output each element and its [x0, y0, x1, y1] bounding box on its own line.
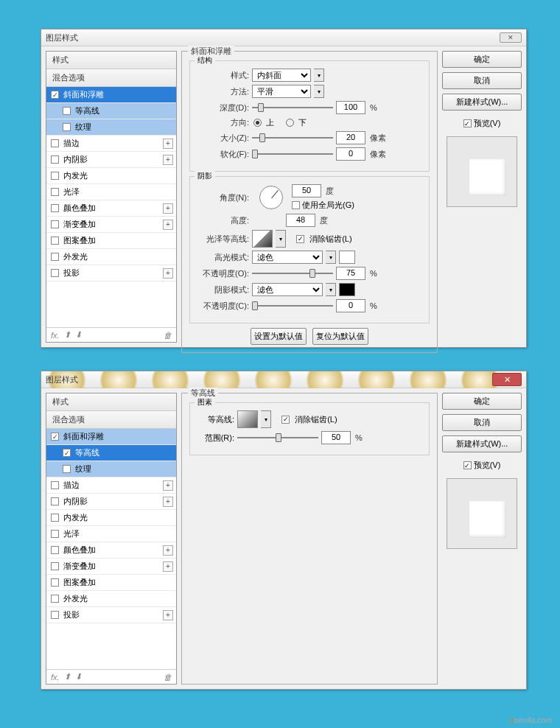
sidebar-item-outer-glow[interactable]: 外发光 — [46, 249, 176, 265]
blend-options-header[interactable]: 混合选项 — [46, 411, 176, 429]
checkbox-icon[interactable] — [51, 204, 59, 212]
plus-icon[interactable]: + — [163, 220, 173, 230]
checkbox-icon[interactable] — [51, 611, 59, 619]
plus-icon[interactable]: + — [163, 610, 173, 620]
trash-icon[interactable]: 🗑 — [164, 673, 172, 682]
sidebar-item-inner-glow[interactable]: 内发光 — [46, 510, 176, 526]
plus-icon[interactable]: + — [163, 545, 173, 556]
sidebar-item-drop-shadow[interactable]: 投影+ — [46, 265, 176, 281]
altitude-input[interactable]: 48 — [286, 214, 315, 227]
global-light-checkbox[interactable] — [292, 201, 300, 209]
checkbox-icon[interactable] — [51, 91, 59, 99]
sidebar-item-bevel[interactable]: 斜面和浮雕 — [46, 87, 176, 103]
sidebar-item-stroke[interactable]: 描边+ — [46, 477, 176, 494]
shadow-opacity-input[interactable]: 0 — [336, 299, 365, 312]
close-button[interactable]: ✕ — [500, 32, 522, 43]
chevron-down-icon[interactable]: ▾ — [314, 85, 324, 98]
depth-slider[interactable] — [252, 102, 333, 113]
sidebar-item-contour[interactable]: 等高线 — [46, 103, 176, 119]
arrow-down-icon[interactable]: ⬇ — [75, 672, 82, 682]
checkbox-icon[interactable] — [51, 530, 59, 538]
arrow-down-icon[interactable]: ⬇ — [75, 330, 82, 340]
ok-button[interactable]: 确定 — [442, 393, 522, 410]
method-select[interactable]: 平滑 — [252, 85, 311, 98]
checkbox-icon[interactable] — [51, 514, 59, 522]
new-style-button[interactable]: 新建样式(W)... — [442, 94, 522, 111]
sidebar-item-color-overlay[interactable]: 颜色叠加+ — [46, 542, 176, 559]
sidebar-item-inner-glow[interactable]: 内发光 — [46, 168, 176, 184]
sidebar-item-inner-shadow[interactable]: 内阴影+ — [46, 494, 176, 510]
fx-label[interactable]: fx. — [51, 673, 60, 682]
range-input[interactable]: 50 — [321, 431, 351, 444]
checkbox-icon[interactable] — [51, 595, 59, 603]
titlebar[interactable]: 图层样式 ✕ — [41, 371, 526, 388]
sidebar-item-satin[interactable]: 光泽 — [46, 184, 176, 200]
blend-options-header[interactable]: 混合选项 — [46, 69, 176, 87]
cancel-button[interactable]: 取消 — [442, 414, 522, 431]
chevron-down-icon[interactable]: ▾ — [261, 410, 271, 428]
sidebar-item-gradient-overlay[interactable]: 渐变叠加+ — [46, 217, 176, 233]
style-select[interactable]: 内斜面 — [252, 69, 311, 82]
checkbox-icon[interactable] — [63, 465, 71, 473]
cancel-button[interactable]: 取消 — [442, 72, 522, 89]
size-slider[interactable] — [252, 133, 333, 143]
shadow-mode-select[interactable]: 滤色 — [252, 283, 323, 296]
arrow-up-icon[interactable]: ⬆ — [64, 672, 71, 682]
ok-button[interactable]: 确定 — [442, 51, 522, 68]
soften-slider[interactable] — [252, 149, 333, 159]
sidebar-item-pattern-overlay[interactable]: 图案叠加 — [46, 575, 176, 591]
depth-input[interactable]: 100 — [336, 101, 365, 114]
highlight-opacity-input[interactable]: 75 — [336, 267, 365, 280]
checkbox-icon[interactable] — [51, 269, 59, 277]
shadow-opacity-slider[interactable] — [252, 301, 333, 311]
sidebar-item-inner-shadow[interactable]: 内阴影+ — [46, 152, 176, 168]
sidebar-item-drop-shadow[interactable]: 投影+ — [46, 607, 176, 623]
sidebar-item-color-overlay[interactable]: 颜色叠加+ — [46, 200, 176, 217]
gloss-contour-swatch[interactable] — [252, 230, 273, 248]
plus-icon[interactable]: + — [163, 268, 173, 279]
preview-checkbox[interactable] — [463, 461, 472, 469]
titlebar[interactable]: 图层样式 ✕ — [41, 29, 526, 46]
checkbox-icon[interactable] — [51, 497, 59, 505]
close-button[interactable]: ✕ — [492, 373, 522, 386]
sidebar-item-gradient-overlay[interactable]: 渐变叠加+ — [46, 559, 176, 575]
sidebar-item-outer-glow[interactable]: 外发光 — [46, 591, 176, 607]
preview-checkbox[interactable] — [463, 119, 472, 127]
highlight-opacity-slider[interactable] — [252, 268, 333, 279]
angle-dial[interactable] — [259, 186, 283, 209]
styles-header[interactable]: 样式 — [46, 393, 176, 411]
checkbox-icon[interactable] — [63, 449, 71, 457]
arrow-up-icon[interactable]: ⬆ — [64, 330, 71, 340]
checkbox-icon[interactable] — [51, 237, 59, 245]
checkbox-icon[interactable] — [51, 578, 59, 587]
styles-header[interactable]: 样式 — [46, 52, 176, 69]
checkbox-icon[interactable] — [51, 155, 59, 164]
chevron-down-icon[interactable]: ▾ — [276, 230, 286, 248]
sidebar-item-texture[interactable]: 纹理 — [46, 461, 176, 477]
plus-icon[interactable]: + — [163, 139, 173, 149]
checkbox-icon[interactable] — [63, 123, 71, 131]
plus-icon[interactable]: + — [163, 480, 173, 491]
checkbox-icon[interactable] — [51, 546, 59, 554]
checkbox-icon[interactable] — [51, 481, 59, 489]
sidebar-item-pattern-overlay[interactable]: 图案叠加 — [46, 233, 176, 249]
sidebar-item-stroke[interactable]: 描边+ — [46, 136, 176, 152]
highlight-mode-select[interactable]: 滤色 — [252, 251, 323, 264]
shadow-color-swatch[interactable] — [339, 283, 355, 296]
contour-swatch[interactable] — [237, 410, 258, 428]
plus-icon[interactable]: + — [163, 497, 173, 507]
checkbox-icon[interactable] — [51, 188, 59, 196]
antialias-checkbox[interactable] — [296, 235, 304, 243]
angle-input[interactable]: 50 — [292, 184, 321, 197]
range-slider[interactable] — [237, 433, 318, 443]
chevron-down-icon[interactable]: ▾ — [314, 69, 324, 82]
plus-icon[interactable]: + — [163, 203, 173, 214]
antialias-checkbox[interactable] — [281, 416, 290, 424]
reset-default-button[interactable]: 复位为默认值 — [312, 328, 368, 345]
chevron-down-icon[interactable]: ▾ — [326, 251, 336, 264]
direction-up-radio[interactable] — [253, 119, 262, 127]
direction-down-radio[interactable] — [286, 119, 294, 127]
checkbox-icon[interactable] — [51, 562, 59, 570]
set-default-button[interactable]: 设置为默认值 — [251, 328, 307, 345]
checkbox-icon[interactable] — [51, 253, 59, 261]
